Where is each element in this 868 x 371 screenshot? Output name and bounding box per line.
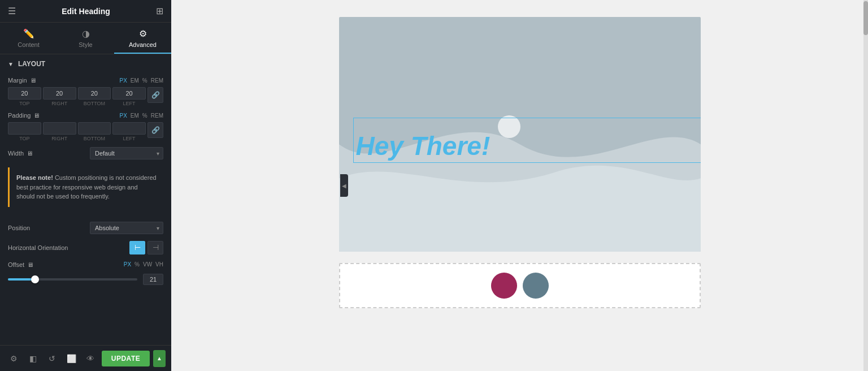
width-label: Width 🖥 [8,150,33,157]
tab-content-label: Content [18,41,40,48]
grid-icon[interactable]: ⊞ [156,6,163,16]
hero-widget: Hey There! [339,17,701,252]
horizontal-orientation-row: Horizontal Orientation ⊢ ⊣ [0,238,171,258]
offset-label-text: Offset [8,261,24,268]
canvas-area: Hey There! [171,0,868,371]
selection-box [353,118,701,163]
margin-right-input[interactable] [43,87,76,100]
layers-icon[interactable]: ◧ [25,351,41,366]
padding-unit-switcher: PX EM % REM [120,113,163,119]
padding-left-input[interactable] [112,122,146,135]
padding-unit-percent[interactable]: % [142,113,147,119]
margin-unit-switcher: PX EM % REM [120,77,163,84]
orient-right-button[interactable]: ⊣ [147,241,163,254]
layout-section-header[interactable]: ▼ Layout [0,54,171,74]
offset-unit-vw[interactable]: VW [143,261,152,268]
padding-field-row: Padding 🖥 PX EM % REM [0,109,171,122]
visibility-icon[interactable]: 👁 [83,351,98,366]
margin-top-input[interactable] [8,87,41,100]
advanced-tab-icon: ⚙ [139,28,147,39]
horiz-orient-label-text: Horizontal Orientation [8,244,68,251]
margin-unit-rem[interactable]: REM [151,77,163,84]
panel-header: ☰ Edit Heading ⊞ [0,0,171,23]
margin-bottom-label: BOTTOM [84,101,105,106]
history-icon[interactable]: ↺ [44,351,60,366]
margin-inputs: TOP RIGHT BOTTOM LEFT 🔗 [0,87,171,109]
width-select[interactable]: Default Full Width Inline Custom [90,147,163,159]
padding-right-label: RIGHT [51,136,67,141]
note-box: Please note! Custom positioning is not c… [8,167,163,207]
margin-bottom-input[interactable] [78,87,111,100]
slider-row [0,271,171,287]
margin-top-box: TOP [8,87,41,106]
padding-right-input[interactable] [43,122,76,135]
offset-slider-track[interactable] [8,278,137,281]
padding-left-label: LEFT [123,136,136,141]
padding-top-box: TOP [8,122,41,141]
hero-wave-svg [339,88,701,252]
padding-inputs: TOP RIGHT BOTTOM LEFT 🔗 [0,122,171,144]
offset-value-input[interactable] [143,274,163,285]
margin-left-input[interactable] [112,87,146,100]
padding-unit-rem[interactable]: REM [151,113,163,119]
margin-left-label: LEFT [123,101,136,106]
padding-link-button[interactable]: 🔗 [147,122,163,138]
margin-right-label: RIGHT [51,101,67,106]
scrollbar[interactable] [863,0,868,371]
responsive-icon[interactable]: ⬜ [63,351,79,366]
margin-left-box: LEFT [112,87,146,106]
panel-tabs: ✏️ Content ◑ Style ⚙ Advanced [0,23,171,54]
orient-left-button[interactable]: ⊢ [129,241,145,254]
offset-unit-px[interactable]: PX [124,261,131,268]
padding-top-input[interactable] [8,122,41,135]
margin-unit-px[interactable]: PX [120,77,127,84]
padding-bottom-box: BOTTOM [78,122,111,141]
width-row: Width 🖥 Default Full Width Inline Custom [0,144,171,163]
slider-thumb[interactable] [31,275,39,283]
position-row: Position Default Absolute Fixed [0,218,171,238]
padding-monitor-icon: 🖥 [33,112,40,119]
padding-unit-px[interactable]: PX [120,113,127,119]
layout-section-label: Layout [18,60,45,68]
content-tab-icon: ✏️ [23,28,34,39]
offset-label: Offset 🖥 [8,261,33,268]
margin-right-box: RIGHT [43,87,76,106]
left-panel: ☰ Edit Heading ⊞ ✏️ Content ◑ Style ⚙ Ad… [0,0,171,371]
padding-label: Padding 🖥 [8,112,40,119]
margin-label-text: Margin [8,77,27,84]
margin-bottom-box: BOTTOM [78,87,111,106]
right-content: Hey There! [171,0,868,371]
offset-units: PX % VW VH [124,261,163,268]
margin-top-label: TOP [19,101,29,106]
tab-style-label: Style [79,41,92,48]
update-dropdown-button[interactable]: ▲ [153,350,166,367]
settings-icon[interactable]: ⚙ [6,351,21,366]
layout-chevron: ▼ [8,61,14,67]
orient-buttons: ⊢ ⊣ [129,241,163,254]
margin-monitor-icon: 🖥 [30,77,36,84]
margin-field-row: Margin 🖥 PX EM % REM [0,74,171,87]
margin-unit-em[interactable]: EM [131,77,139,84]
padding-bottom-input[interactable] [78,122,111,135]
padding-right-box: RIGHT [43,122,76,141]
panel-body: ▼ Layout Margin 🖥 PX EM % REM TOP RI [0,54,171,345]
update-button[interactable]: UPDATE [102,351,150,366]
margin-link-button[interactable]: 🔗 [147,87,163,103]
offset-unit-percent[interactable]: % [134,261,140,268]
tab-advanced-label: Advanced [129,41,157,48]
position-label: Position [8,225,30,231]
scrollbar-thumb[interactable] [863,1,868,35]
hamburger-icon[interactable]: ☰ [8,6,16,16]
margin-unit-percent[interactable]: % [142,77,147,84]
tab-advanced[interactable]: ⚙ Advanced [114,23,171,54]
tab-content[interactable]: ✏️ Content [0,23,57,54]
collapse-handle[interactable]: ◀ [340,174,348,197]
offset-unit-vh[interactable]: VH [155,261,163,268]
tab-style[interactable]: ◑ Style [57,23,114,54]
margin-label: Margin 🖥 [8,77,36,84]
offset-monitor-icon: 🖥 [27,261,33,268]
padding-top-label: TOP [19,136,29,141]
position-label-text: Position [8,225,30,231]
padding-unit-em[interactable]: EM [131,113,139,119]
position-select[interactable]: Default Absolute Fixed [90,222,163,234]
